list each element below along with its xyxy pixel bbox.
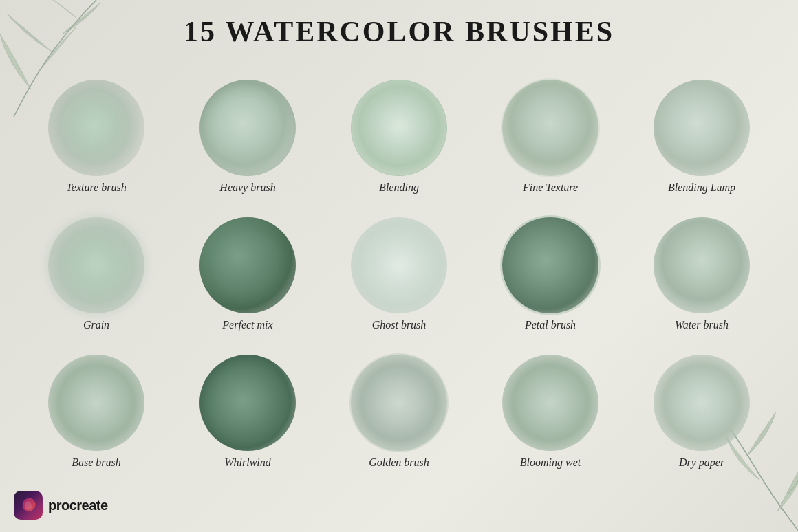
brush-item-fine-texture: Fine Texture xyxy=(475,62,626,199)
brush-item-ghost-brush: Ghost brush xyxy=(323,199,475,337)
brush-swatch-whirlwind xyxy=(200,355,296,451)
brush-label-ghost-brush: Ghost brush xyxy=(372,319,427,331)
brush-swatch-ghost-brush xyxy=(351,217,447,313)
brush-item-blooming-wet: Blooming wet xyxy=(475,337,626,474)
brush-swatch-golden-brush xyxy=(351,355,447,451)
brush-item-grain: Grain xyxy=(21,199,172,337)
procreate-logo: procreate xyxy=(14,491,108,520)
brush-item-whirlwind: Whirlwind xyxy=(172,337,323,474)
brush-item-dry-paper: Dry paper xyxy=(626,337,777,474)
procreate-text: procreate xyxy=(48,498,108,513)
brush-label-texture-brush: Texture brush xyxy=(66,181,126,194)
brush-swatch-water-brush xyxy=(654,217,750,313)
brush-swatch-blending-lump xyxy=(654,80,750,176)
brush-label-whirlwind: Whirlwind xyxy=(224,456,271,469)
brush-item-texture-brush: Texture brush xyxy=(21,62,172,199)
page-title: 15 WATERCOLOR BRUSHES xyxy=(0,15,798,48)
brush-item-water-brush: Water brush xyxy=(626,199,777,337)
brush-swatch-dry-paper xyxy=(654,355,750,451)
brush-label-golden-brush: Golden brush xyxy=(369,456,429,469)
brush-item-base-brush: Base brush xyxy=(21,337,172,474)
brush-item-blending: Blending xyxy=(323,62,475,199)
brush-swatch-grain xyxy=(48,217,144,313)
brush-label-base-brush: Base brush xyxy=(72,456,121,469)
brush-item-blending-lump: Blending Lump xyxy=(626,62,777,199)
brush-label-blending: Blending xyxy=(379,181,419,194)
brush-label-petal-brush: Petal brush xyxy=(525,319,576,331)
brush-swatch-blending xyxy=(351,80,447,176)
brush-label-water-brush: Water brush xyxy=(675,319,729,331)
brush-item-petal-brush: Petal brush xyxy=(475,199,626,337)
brush-item-heavy-brush: Heavy brush xyxy=(172,62,323,199)
brush-label-heavy-brush: Heavy brush xyxy=(219,181,275,194)
brush-swatch-fine-texture xyxy=(502,80,598,176)
brush-swatch-petal-brush xyxy=(502,217,598,313)
brush-label-blooming-wet: Blooming wet xyxy=(520,456,581,469)
brush-label-perfect-mix: Perfect mix xyxy=(222,319,272,331)
brush-label-blending-lump: Blending Lump xyxy=(668,181,735,194)
brush-swatch-base-brush xyxy=(48,355,144,451)
brush-item-perfect-mix: Perfect mix xyxy=(172,199,323,337)
brush-swatch-blooming-wet xyxy=(502,355,598,451)
brush-swatch-heavy-brush xyxy=(200,80,296,176)
brush-grid: Texture brushHeavy brushBlendingFine Tex… xyxy=(14,62,784,474)
brush-label-fine-texture: Fine Texture xyxy=(523,181,578,194)
brush-label-dry-paper: Dry paper xyxy=(679,456,724,469)
brush-label-grain: Grain xyxy=(83,319,109,331)
brush-item-golden-brush: Golden brush xyxy=(323,337,475,474)
procreate-icon xyxy=(14,491,43,520)
brush-swatch-texture-brush xyxy=(48,80,144,176)
brush-swatch-perfect-mix xyxy=(200,217,296,313)
